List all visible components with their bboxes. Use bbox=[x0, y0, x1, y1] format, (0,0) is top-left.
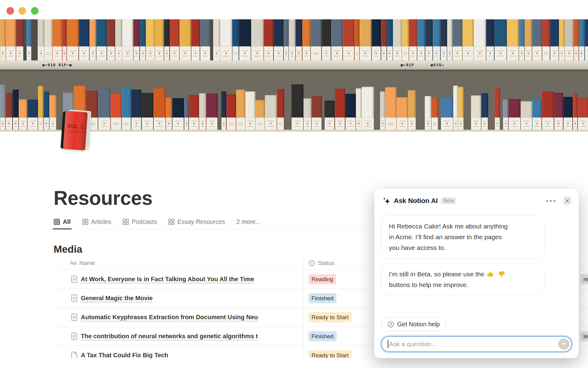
page-link[interactable]: A Tax That Could Fix Big Tech bbox=[81, 352, 168, 358]
book-spine-label: ♥ bbox=[433, 46, 440, 60]
book-spine: ♥ bbox=[122, 19, 133, 60]
book-spine: ♥ bbox=[425, 96, 431, 130]
book-spine-label: ♥ bbox=[265, 117, 277, 130]
book-spine: ♥ bbox=[0, 19, 6, 60]
book-spine: ♥ bbox=[362, 87, 374, 130]
tab-all[interactable]: All bbox=[54, 215, 71, 229]
book-spine: ♥ bbox=[170, 19, 179, 60]
book-spine-label: ♥ bbox=[90, 46, 96, 60]
book-spine-label: ♥ bbox=[550, 46, 559, 60]
get-notion-help-button[interactable]: ? Get Notion help bbox=[381, 317, 446, 331]
name-cell: A Tax That Could Fix Big Tech bbox=[54, 346, 303, 358]
tab-essay-resources[interactable]: Essay Resources bbox=[168, 215, 225, 229]
book-spine: ♥ bbox=[532, 19, 542, 60]
arrow-up-icon bbox=[561, 341, 567, 347]
book-spine-label: ♥ bbox=[79, 46, 89, 60]
book-spine: ♥ bbox=[251, 19, 264, 60]
book-spine-label: ♥ bbox=[200, 46, 210, 60]
tab-label: Articles bbox=[91, 218, 111, 225]
send-button[interactable] bbox=[558, 339, 569, 350]
book-spine: ♥ bbox=[67, 19, 79, 60]
name-column-header[interactable]: Aa Name bbox=[54, 256, 303, 270]
book-spine: ♥ bbox=[303, 98, 311, 130]
book-spine-label: ♥ bbox=[13, 117, 18, 130]
more-views-button[interactable]: 2 more... bbox=[236, 218, 261, 225]
book-spine-label: ♥ bbox=[503, 117, 508, 130]
book-spine: ♥ bbox=[559, 19, 564, 60]
book-spine-label: ♥ bbox=[172, 117, 184, 130]
ask-question-input[interactable]: Ask a question... bbox=[381, 336, 572, 352]
traffic-light-close-button[interactable] bbox=[6, 7, 14, 15]
book-spine: ♥ bbox=[141, 93, 153, 130]
close-button[interactable] bbox=[562, 196, 572, 206]
book-spine-label: ♥ bbox=[50, 117, 56, 130]
book-spine: ♥ bbox=[98, 88, 111, 130]
book-spine-label: ♥ bbox=[453, 46, 462, 60]
book-spine: ♥ bbox=[521, 101, 532, 130]
book-spine: ♥ bbox=[331, 19, 343, 60]
book-spine-label: ♥ bbox=[408, 117, 416, 130]
book-spine-label: ♥ bbox=[312, 117, 322, 130]
text-property-icon: Aa bbox=[70, 260, 77, 266]
book-spine: ♥ bbox=[52, 19, 62, 60]
book-spine-label: ♥ bbox=[585, 46, 588, 60]
book-spine-label: ♥ bbox=[533, 117, 541, 130]
book-spine: ♥ bbox=[140, 19, 146, 60]
status-badge: Finished bbox=[308, 293, 337, 304]
book-spine-label: ♥ bbox=[0, 117, 5, 130]
book-spine: ♥ bbox=[200, 19, 210, 60]
book-spine: ♥ bbox=[458, 87, 464, 130]
name-cell: General Magic the Movie bbox=[54, 289, 303, 308]
book-spine-label: ♥ bbox=[67, 46, 79, 60]
tab-articles[interactable]: Articles bbox=[82, 215, 111, 229]
page-link[interactable]: Automatic Keyphrases Extraction from Doc… bbox=[81, 314, 258, 321]
table-view-icon bbox=[54, 219, 60, 225]
book-spine-label: ♥ bbox=[360, 46, 371, 60]
book-spine-label bbox=[432, 117, 438, 130]
book-spine: ♥ bbox=[284, 19, 288, 60]
book-emoji-title: VOL. 1 bbox=[67, 123, 84, 130]
book-spine: ♥ bbox=[486, 19, 494, 60]
book-spine bbox=[111, 94, 122, 130]
page-link[interactable]: At Work, Everyone Is in Fact Talking Abo… bbox=[81, 276, 254, 283]
book-spine-label: ♥ bbox=[206, 117, 217, 130]
book-spine-label: ♥ bbox=[458, 117, 463, 130]
book-spine-label: ♥ bbox=[239, 46, 251, 60]
shelf-marking: ●←01P bbox=[401, 63, 414, 67]
tab-podcasts[interactable]: Podcasts bbox=[123, 215, 157, 229]
book-spine-label: ♥ bbox=[146, 46, 154, 60]
book-spine: ♥ bbox=[245, 91, 255, 130]
page-link[interactable]: General Magic the Movie bbox=[81, 295, 153, 302]
book-spine: ♥ bbox=[393, 19, 402, 60]
page-title: Resources bbox=[54, 187, 153, 209]
more-options-button[interactable] bbox=[544, 198, 557, 204]
book-spine: ♥ bbox=[296, 19, 302, 60]
message-line: you have access to. bbox=[389, 242, 537, 253]
book-spine-label: ♥ bbox=[251, 46, 263, 60]
edge-cell: let bbox=[579, 327, 588, 346]
book-spine: ♥ bbox=[563, 97, 573, 130]
book-spine-label: ♥ bbox=[559, 46, 564, 60]
book-spine: ♥ bbox=[155, 19, 164, 60]
book-spine: ♥ bbox=[221, 91, 226, 130]
traffic-light-minimize-button[interactable] bbox=[18, 7, 26, 15]
status-badge: Reading bbox=[308, 274, 336, 285]
book-spine: ♥ bbox=[189, 95, 199, 130]
book-spine: ♥ bbox=[508, 99, 521, 130]
thumbs-up-icon bbox=[487, 270, 495, 278]
book-spine: ♥ bbox=[519, 19, 525, 60]
book-spine: ♥ bbox=[380, 91, 386, 130]
book-spine-label: ♥ bbox=[380, 117, 385, 130]
book-spine-label: ♥ bbox=[532, 46, 542, 60]
book-spine-label: ♥ bbox=[140, 46, 145, 60]
book-spine-label: ♥ bbox=[447, 46, 452, 60]
book-spine-label: ♥ bbox=[264, 46, 273, 60]
book-spine: ♥ bbox=[462, 19, 474, 60]
book-spine: ♥ bbox=[578, 98, 588, 130]
page-icon-red-book-emoji[interactable]: VOL. 1 by John Appleseed bbox=[58, 109, 94, 151]
book-spine: ♥ bbox=[542, 92, 554, 130]
page-link[interactable]: The contribution of neural networks and … bbox=[81, 333, 258, 340]
gallery-view-icon bbox=[123, 219, 129, 225]
traffic-light-zoom-button[interactable] bbox=[31, 7, 39, 15]
book-spine bbox=[385, 87, 397, 130]
